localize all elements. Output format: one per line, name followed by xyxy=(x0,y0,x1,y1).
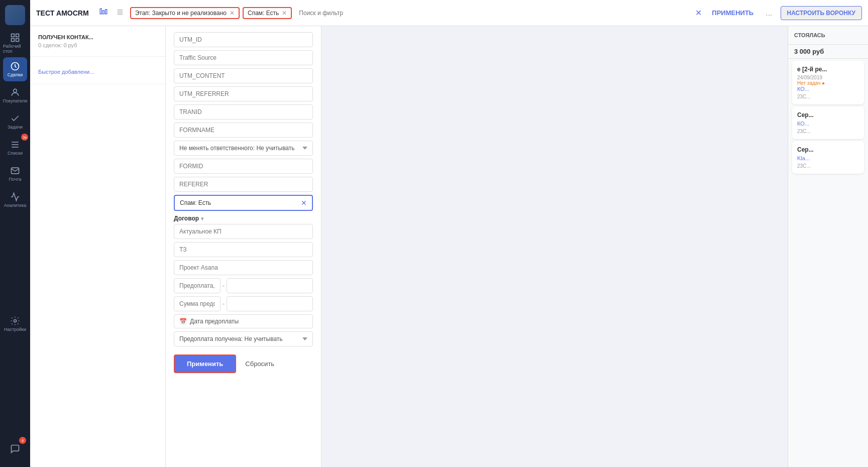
spam-tag-label: Спам: Есть xyxy=(180,199,211,206)
topbar-more-button[interactable]: ... xyxy=(762,7,776,20)
proekt-asana-input[interactable] xyxy=(174,260,313,275)
sidebar-item-mail[interactable]: Почта xyxy=(3,162,27,186)
svg-rect-3 xyxy=(16,39,19,42)
date-predoplata-label: Дата предоплаты xyxy=(190,318,239,325)
formname-input[interactable] xyxy=(174,123,313,138)
sidebar-item-desktop-label: Рабочий стол xyxy=(3,44,27,54)
filter-tag-spam[interactable]: Спам: Есть ✕ xyxy=(243,7,292,19)
sidebar-item-analytics[interactable]: Аналитика xyxy=(3,188,27,212)
sidebar: Рабочий стол Сделки Покупатели Задачи Сп… xyxy=(0,0,30,467)
referer-input[interactable] xyxy=(174,177,313,192)
sidebar-item-analytics-label: Аналитика xyxy=(4,203,27,208)
filter-tag-stage-close[interactable]: ✕ xyxy=(230,10,235,17)
card1-task: Нет задач ● xyxy=(797,80,859,86)
card3-label: Сер... xyxy=(797,146,859,153)
calendar-icon: 📅 xyxy=(179,318,187,325)
filter-tag-spam-close[interactable]: ✕ xyxy=(282,10,287,17)
predoplata-input2[interactable] xyxy=(227,278,313,293)
sidebar-item-buyers[interactable]: Покупатели xyxy=(3,83,27,107)
setup-funnel-button[interactable]: НАСТРОИТЬ ВОРОНКУ xyxy=(781,6,862,20)
aktual-kp-input[interactable] xyxy=(174,224,313,239)
summa-input2[interactable] xyxy=(227,296,313,311)
card2-extra: 23С... xyxy=(797,129,859,134)
app-title: ТЕСТ AMOCRM xyxy=(36,9,89,17)
spam-tag-close[interactable]: ✕ xyxy=(301,199,307,207)
card1-label: е [2-й ре... xyxy=(797,66,859,73)
sidebar-item-lists-label: Списки xyxy=(8,151,23,156)
card1-date: 24/09/2019 xyxy=(797,75,859,80)
utm-content-input[interactable] xyxy=(174,68,313,83)
sidebar-item-desktop[interactable]: Рабочий стол xyxy=(3,31,27,55)
main-area: ТЕСТ AMOCRM Этап: Закрыто и не реализова… xyxy=(30,0,868,467)
svg-rect-11 xyxy=(100,9,101,14)
filter-tag-stage-label: Этап: Закрыто и не реализовано xyxy=(135,10,227,17)
contract-section-label: Договор xyxy=(174,215,199,222)
utm-referrer-input[interactable] xyxy=(174,86,313,101)
card2-name: КО... xyxy=(797,121,859,127)
spam-filter-active-tag: Спам: Есть ✕ xyxy=(174,195,313,211)
date-predoplata-input[interactable]: 📅 Дата предоплаты xyxy=(174,314,313,328)
svg-point-5 xyxy=(14,89,17,92)
right-panel-header: СТОЯЛАСЬ xyxy=(788,26,868,45)
sidebar-item-deals[interactable]: Сделки xyxy=(3,57,27,81)
predoplata-received-select[interactable]: Предоплата получена: Не учитывать xyxy=(174,331,313,346)
responsible-select[interactable]: Не менять ответственного: Не учитывать xyxy=(174,141,313,156)
filter-tag-spam-label: Спам: Есть xyxy=(248,10,279,17)
utm-id-input[interactable] xyxy=(174,32,313,47)
right-panel-card-2[interactable]: Сер... КО... 23С... xyxy=(792,106,864,139)
left-panel-section-quick: Быстрое добавлени... xyxy=(30,57,165,84)
svg-rect-12 xyxy=(102,11,104,14)
sidebar-item-settings[interactable]: Настройки xyxy=(3,312,27,336)
kanban-area xyxy=(321,26,788,467)
card2-label: Сер... xyxy=(797,111,859,119)
content-area: ПОЛУЧЕН КОНТАК... 0 сделок: 0 руб Быстро… xyxy=(30,26,868,467)
topbar: ТЕСТ AMOCRM Этап: Закрыто и не реализова… xyxy=(30,0,868,26)
chat-button-wrap: 4 xyxy=(3,436,27,462)
reset-filter-button[interactable]: Сбросить xyxy=(241,358,278,370)
traffic-source-input[interactable] xyxy=(174,50,313,65)
left-panel-subtitle: 0 сделок: 0 руб xyxy=(38,42,157,48)
chart-icon[interactable] xyxy=(97,6,110,21)
predoplata-separator: - xyxy=(223,282,225,289)
sidebar-item-lists-wrap: Списки 3к xyxy=(3,135,27,161)
svg-rect-0 xyxy=(12,34,15,37)
filter-tags-container: Этап: Закрыто и не реализовано ✕ Спам: Е… xyxy=(130,7,690,19)
contract-arrow-icon: ▾ xyxy=(201,216,203,221)
predoplata-row: - xyxy=(174,278,313,293)
search-input[interactable] xyxy=(295,8,378,18)
card1-extra: 23С... xyxy=(797,94,859,99)
filter-tag-stage[interactable]: Этап: Закрыто и не реализовано ✕ xyxy=(130,7,240,19)
tranid-input[interactable] xyxy=(174,104,313,120)
sidebar-item-deals-label: Сделки xyxy=(8,72,23,77)
card3-extra: 23С... xyxy=(797,163,859,169)
contract-section-header[interactable]: Договор ▾ xyxy=(174,215,313,222)
topbar-right: ✕ ПРИМЕНИТЬ ... НАСТРОИТЬ ВОРОНКУ xyxy=(693,6,862,20)
chat-badge: 4 xyxy=(19,437,26,444)
sidebar-item-settings-label: Настройки xyxy=(4,327,26,332)
right-panel-card-3[interactable]: Сер... Kla... 23С... xyxy=(792,141,864,174)
svg-rect-1 xyxy=(16,34,19,37)
app-logo xyxy=(5,5,25,25)
card3-name: Kla... xyxy=(797,155,859,161)
formid-input[interactable] xyxy=(174,159,313,174)
left-panel-section-received: ПОЛУЧЕН КОНТАК... 0 сделок: 0 руб xyxy=(30,26,165,57)
svg-rect-2 xyxy=(12,39,15,42)
quick-add-link[interactable]: Быстрое добавлени... xyxy=(38,69,94,75)
predoplata-input[interactable] xyxy=(174,278,221,293)
filter-panel: Не менять ответственного: Не учитывать С… xyxy=(166,26,321,467)
sidebar-item-tasks[interactable]: Задачи xyxy=(3,109,27,134)
lists-badge: 3к xyxy=(21,134,28,141)
right-panel-card-1[interactable]: е [2-й ре... 24/09/2019 Нет задач ● КО..… xyxy=(792,61,864,104)
tz-input[interactable] xyxy=(174,242,313,257)
card1-name: КО... xyxy=(797,86,859,92)
apply-filter-button[interactable]: Применить xyxy=(174,355,236,373)
menu-icon[interactable] xyxy=(114,6,126,20)
topbar-close-icon[interactable]: ✕ xyxy=(693,6,704,20)
topbar-apply-button[interactable]: ПРИМЕНИТЬ xyxy=(708,7,757,19)
filter-actions: Применить Сбросить xyxy=(174,355,313,373)
left-panel: ПОЛУЧЕН КОНТАК... 0 сделок: 0 руб Быстро… xyxy=(30,26,166,467)
sidebar-item-tasks-label: Задачи xyxy=(8,125,23,130)
summa-input[interactable] xyxy=(174,296,221,311)
right-panel-amount: 3 000 руб xyxy=(788,45,868,59)
summa-row: - xyxy=(174,296,313,311)
